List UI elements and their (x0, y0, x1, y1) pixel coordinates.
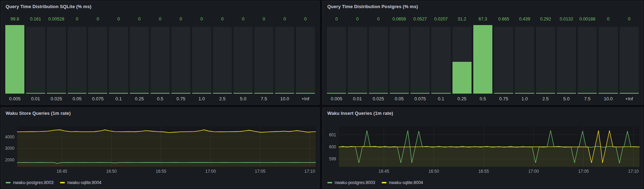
hist-bar (494, 25, 513, 94)
x-axis-label: 17:10 (628, 169, 639, 174)
bar-value-label: 0.00188 (578, 17, 597, 22)
timeseries-store-queries: 20003000400016:4516:5016:5517:0017:0517:… (1, 108, 319, 188)
hist-bar-track (620, 27, 639, 94)
hist-column: 0.06590.05 (390, 17, 409, 103)
hist-bar-baseline (130, 93, 149, 94)
timeseries-svg (1, 108, 319, 188)
bin-label: 0.75 (494, 94, 513, 103)
hist-bar-baseline (192, 93, 211, 94)
hist-bar (192, 25, 211, 94)
hist-bar (369, 25, 388, 94)
bar-value-label: 0 (109, 17, 128, 22)
timeseries-svg (323, 108, 643, 188)
bar-value-label: 0 (130, 17, 149, 22)
hist-bar-baseline (348, 93, 367, 94)
bin-label: +Inf (620, 94, 639, 103)
hist-column: 0.4391.0 (515, 17, 534, 103)
hist-column: 0.2922.5 (536, 17, 555, 103)
panel-waku-store-queries: Waku Store Queries (1m rate) 20003000400… (1, 107, 320, 188)
hist-bar (348, 25, 367, 94)
legend-item[interactable]: nwaku-sqlite:8004 (60, 180, 102, 185)
hist-bar-baseline (620, 93, 639, 94)
x-axis-label: 17:05 (255, 169, 266, 174)
hist-bar-baseline (515, 93, 534, 94)
hist-bar-baseline (275, 93, 294, 94)
bin-label: 0.01 (348, 94, 367, 103)
hist-bar-baseline (5, 93, 24, 94)
hist-bar-baseline (599, 93, 618, 94)
bin-label: 0.01 (26, 94, 45, 103)
hist-bar-baseline (473, 93, 492, 94)
hist-bar (213, 25, 232, 94)
bin-label: 0.05 (390, 94, 409, 103)
legend-item[interactable]: nwaku-postgres:8003 (327, 180, 375, 185)
bar-value-label: 0 (620, 17, 639, 22)
panel-title[interactable]: Query Time Distribution Postgres (% ms) (327, 4, 418, 9)
bin-label: 1.0 (515, 94, 534, 103)
hist-column: 02.5 (213, 17, 232, 103)
hist-bar (390, 25, 409, 94)
hist-bar (473, 25, 492, 94)
legend: nwaku-postgres:8003nwaku-sqlite:8004 (327, 180, 423, 185)
hist-bar-baseline (254, 93, 273, 94)
bar-value-label: 0.292 (536, 17, 555, 22)
hist-column: 0.02070.1 (431, 17, 450, 103)
hist-bar-baseline (47, 93, 66, 94)
hist-column: 00.005 (327, 17, 346, 103)
hist-bar-track (275, 27, 294, 94)
legend-item[interactable]: nwaku-postgres:8003 (6, 180, 54, 185)
hist-bar-baseline (68, 93, 87, 94)
hist-column: 0.1610.01 (26, 17, 45, 103)
hist-bar-track (130, 27, 149, 94)
hist-bar-track (88, 27, 107, 94)
panel-title[interactable]: Query Time Distribution SQLite (% ms) (6, 4, 91, 9)
legend-series-swatch (382, 182, 387, 183)
x-axis-label: 17:00 (205, 169, 216, 174)
hist-bar-track (151, 27, 170, 94)
hist-bar-track (47, 27, 66, 94)
hist-bar-baseline (431, 93, 450, 94)
x-axis-label: 16:50 (106, 169, 117, 174)
x-axis-label: 16:45 (56, 169, 67, 174)
x-axis-label: 17:10 (304, 169, 315, 174)
hist-bar (109, 25, 128, 94)
bin-label: 0.5 (473, 94, 492, 103)
bin-label: 10.0 (275, 94, 294, 103)
hist-bar (431, 25, 450, 94)
bin-label: 0.75 (171, 94, 190, 103)
bar-value-label: 0 (88, 17, 107, 22)
hist-bar (5, 25, 24, 94)
hist-column: 0+Inf (296, 17, 315, 103)
hist-bar-fill (452, 62, 472, 94)
hist-column: 0.01325.0 (557, 17, 576, 103)
hist-bar (233, 25, 253, 94)
hist-bar (557, 25, 576, 94)
legend-series-label: nwaku-sqlite:8004 (67, 180, 102, 185)
hist-bar-track (296, 27, 315, 94)
hist-bar-track (233, 27, 253, 94)
hist-bar-baseline (151, 93, 170, 94)
hist-column: 0.005280.025 (47, 17, 66, 103)
timeseries-insert-queries: 59960060116:4516:5016:5517:0017:0517:10 (323, 108, 643, 188)
legend-item[interactable]: nwaku-sqlite:8004 (382, 180, 423, 185)
bar-value-label: 0 (275, 17, 294, 22)
hist-bar-track (536, 27, 555, 94)
bin-label: 0.5 (151, 94, 170, 103)
y-axis-label: 599 (323, 156, 336, 161)
bar-value-label: 0.439 (515, 17, 534, 22)
hist-bar-track (192, 27, 211, 94)
bar-value-label: 0.0527 (411, 17, 430, 22)
bin-label: 2.5 (536, 94, 555, 103)
hist-bar-track (26, 27, 45, 94)
panel-waku-insert-queries: Waku Insert Queries (1m rate) 5996006011… (322, 107, 643, 188)
hist-bar (620, 25, 639, 94)
bar-value-label: 31.2 (452, 17, 472, 22)
hist-bar (411, 25, 430, 94)
hist-bar-baseline (369, 93, 388, 94)
hist-bar-track (599, 27, 618, 94)
x-axis-label: 16:55 (156, 169, 166, 174)
hist-bar-track (578, 27, 597, 94)
bin-label: 0.25 (130, 94, 149, 103)
hist-bar (599, 25, 618, 94)
hist-column: 00.05 (68, 17, 87, 103)
